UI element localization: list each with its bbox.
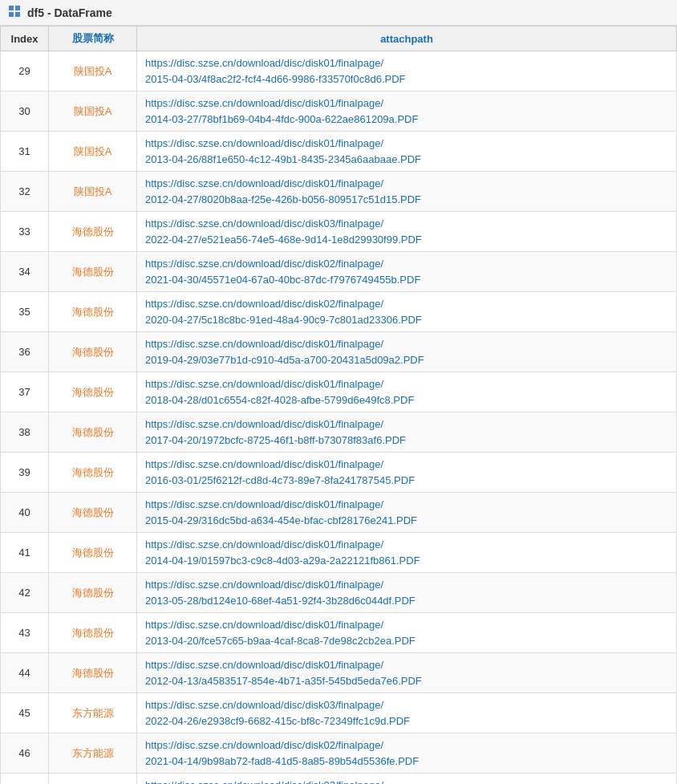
cell-name: 海德股份 [49, 613, 137, 653]
table-row: 38海德股份https://disc.szse.cn/download/disc… [1, 412, 677, 453]
table-row: 37海德股份https://disc.szse.cn/download/disc… [1, 372, 677, 412]
cell-name: 海德股份 [49, 292, 137, 332]
cell-path: https://disc.szse.cn/download/disc/disk0… [137, 372, 677, 412]
cell-name: 海德股份 [49, 493, 137, 533]
svg-rect-0 [9, 6, 14, 10]
cell-name: 海德股份 [49, 453, 137, 493]
cell-index: 29 [1, 51, 49, 91]
cell-name: 海德股份 [49, 653, 137, 693]
cell-path: https://disc.szse.cn/download/disc/disk0… [137, 412, 677, 453]
cell-index: 44 [1, 653, 49, 693]
cell-index: 38 [1, 412, 49, 453]
cell-name: 海德股份 [49, 332, 137, 372]
cell-index: 35 [1, 292, 49, 332]
table-row: 42海德股份https://disc.szse.cn/download/disc… [1, 573, 677, 613]
cell-index: 39 [1, 453, 49, 493]
table-row: 32陕国投Ahttps://disc.szse.cn/download/disc… [1, 172, 677, 212]
cell-path: https://disc.szse.cn/download/disc/disk0… [137, 533, 677, 573]
cell-name: 陕国投A [49, 132, 137, 172]
table-row: 39海德股份https://disc.szse.cn/download/disc… [1, 453, 677, 493]
table-header-row: Index 股票简称 attachpath [1, 26, 677, 51]
table-row: 30陕国投Ahttps://disc.szse.cn/download/disc… [1, 91, 677, 132]
cell-index: 37 [1, 372, 49, 412]
svg-rect-3 [15, 12, 20, 17]
cell-path: https://disc.szse.cn/download/disc/disk0… [137, 51, 677, 91]
cell-name: 海德股份 [49, 252, 137, 292]
table-row: 43海德股份https://disc.szse.cn/download/disc… [1, 613, 677, 653]
cell-index: 47 [1, 774, 49, 785]
table-row: 36海德股份https://disc.szse.cn/download/disc… [1, 332, 677, 372]
cell-index: 40 [1, 493, 49, 533]
cell-name: 海德股份 [49, 533, 137, 573]
column-header-path: attachpath [137, 26, 677, 51]
table-row: 47东方能源https://disc.szse.cn/download/disc… [1, 774, 677, 785]
window-title: df5 - DataFrame [0, 0, 677, 26]
table-row: 41海德股份https://disc.szse.cn/download/disc… [1, 533, 677, 573]
cell-path: https://disc.szse.cn/download/disc/disk0… [137, 774, 677, 785]
cell-path: https://disc.szse.cn/download/disc/disk0… [137, 733, 677, 774]
cell-path: https://disc.szse.cn/download/disc/disk0… [137, 252, 677, 292]
cell-name: 海德股份 [49, 212, 137, 252]
cell-path: https://disc.szse.cn/download/disc/disk0… [137, 212, 677, 252]
cell-path: https://disc.szse.cn/download/disc/disk0… [137, 132, 677, 172]
dataframe-table: Index 股票简称 attachpath 29陕国投Ahttps://disc… [0, 26, 677, 784]
table-row: 31陕国投Ahttps://disc.szse.cn/download/disc… [1, 132, 677, 172]
table-row: 46东方能源https://disc.szse.cn/download/disc… [1, 733, 677, 774]
cell-path: https://disc.szse.cn/download/disc/disk0… [137, 693, 677, 733]
cell-name: 东方能源 [49, 733, 137, 774]
cell-name: 海德股份 [49, 372, 137, 412]
column-header-name: 股票简称 [49, 26, 137, 51]
cell-index: 46 [1, 733, 49, 774]
cell-path: https://disc.szse.cn/download/disc/disk0… [137, 332, 677, 372]
table-row: 29陕国投Ahttps://disc.szse.cn/download/disc… [1, 51, 677, 91]
table-row: 34海德股份https://disc.szse.cn/download/disc… [1, 252, 677, 292]
cell-path: https://disc.szse.cn/download/disc/disk0… [137, 613, 677, 653]
cell-name: 东方能源 [49, 693, 137, 733]
cell-name: 陕国投A [49, 91, 137, 132]
cell-name: 海德股份 [49, 412, 137, 453]
cell-path: https://disc.szse.cn/download/disc/disk0… [137, 91, 677, 132]
cell-path: https://disc.szse.cn/download/disc/disk0… [137, 493, 677, 533]
cell-index: 42 [1, 573, 49, 613]
cell-path: https://disc.szse.cn/download/disc/disk0… [137, 453, 677, 493]
table-row: 45东方能源https://disc.szse.cn/download/disc… [1, 693, 677, 733]
cell-path: https://disc.szse.cn/download/disc/disk0… [137, 573, 677, 613]
cell-path: https://disc.szse.cn/download/disc/disk0… [137, 653, 677, 693]
cell-path: https://disc.szse.cn/download/disc/disk0… [137, 292, 677, 332]
cell-index: 32 [1, 172, 49, 212]
cell-index: 45 [1, 693, 49, 733]
cell-index: 30 [1, 91, 49, 132]
table-row: 44海德股份https://disc.szse.cn/download/disc… [1, 653, 677, 693]
dataframe-table-container[interactable]: Index 股票简称 attachpath 29陕国投Ahttps://disc… [0, 26, 677, 784]
grid-icon [8, 5, 21, 20]
table-row: 33海德股份https://disc.szse.cn/download/disc… [1, 212, 677, 252]
cell-index: 36 [1, 332, 49, 372]
cell-index: 41 [1, 533, 49, 573]
table-row: 40海德股份https://disc.szse.cn/download/disc… [1, 493, 677, 533]
svg-rect-1 [15, 6, 20, 10]
column-header-index: Index [1, 26, 49, 51]
window-title-text: df5 - DataFrame [27, 6, 112, 19]
cell-path: https://disc.szse.cn/download/disc/disk0… [137, 172, 677, 212]
cell-name: 海德股份 [49, 573, 137, 613]
svg-rect-2 [9, 12, 14, 17]
cell-index: 33 [1, 212, 49, 252]
table-row: 35海德股份https://disc.szse.cn/download/disc… [1, 292, 677, 332]
cell-name: 陕国投A [49, 51, 137, 91]
cell-name: 陕国投A [49, 172, 137, 212]
cell-index: 34 [1, 252, 49, 292]
cell-index: 43 [1, 613, 49, 653]
cell-name: 东方能源 [49, 774, 137, 785]
cell-index: 31 [1, 132, 49, 172]
